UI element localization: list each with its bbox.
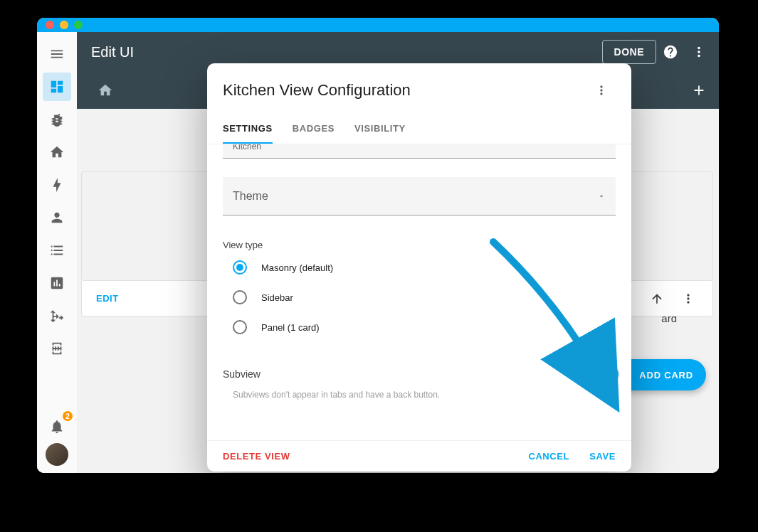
tab-settings[interactable]: SETTINGS (223, 116, 273, 144)
avatar[interactable] (46, 443, 68, 466)
menu-icon[interactable] (43, 40, 71, 68)
cancel-button[interactable]: CANCEL (528, 451, 569, 462)
view-type-label: View type (223, 240, 616, 250)
tab-badges[interactable]: BADGES (293, 116, 335, 144)
sidebar-item-list[interactable] (43, 236, 71, 265)
sidebar-item-transform[interactable] (43, 302, 71, 330)
radio-icon (233, 320, 247, 334)
radio-sidebar[interactable]: Sidebar (233, 290, 616, 304)
sidebar-item-home[interactable] (43, 138, 71, 166)
radio-panel[interactable]: Panel (1 card) (233, 320, 616, 334)
name-field[interactable]: Kitchen (223, 144, 616, 159)
dialog-title: Kitchen View Configuration (223, 81, 587, 100)
subview-help-text: Subviews don't appear in tabs and have a… (223, 390, 616, 400)
view-type-radio-group: Masonry (default) Sidebar Panel (1 card) (223, 260, 616, 334)
subview-label: Subview (223, 368, 260, 380)
radio-icon (233, 290, 247, 304)
app-shell: 2 Edit UI DONE (37, 32, 719, 473)
radio-label: Masonry (default) (261, 262, 333, 273)
window-minimize-icon[interactable] (60, 21, 68, 29)
save-button[interactable]: SAVE (589, 451, 616, 462)
chevron-down-icon (597, 192, 606, 201)
tab-visibility[interactable]: VISIBILITY (354, 116, 406, 144)
view-config-dialog: Kitchen View Configuration SETTINGS BADG… (207, 63, 631, 472)
notification-badge: 2 (63, 411, 73, 421)
delete-view-button[interactable]: DELETE VIEW (223, 451, 290, 462)
theme-select[interactable]: Theme (223, 177, 616, 216)
notifications-icon[interactable]: 2 (43, 413, 71, 441)
subview-toggle[interactable] (591, 368, 616, 380)
radio-label: Sidebar (261, 292, 293, 303)
left-sidebar: 2 (37, 32, 77, 473)
mac-titlebar (37, 18, 719, 32)
sidebar-item-energy[interactable] (43, 171, 71, 199)
app-window: 2 Edit UI DONE (37, 18, 719, 473)
main-area: Edit UI DONE (77, 32, 719, 473)
radio-icon (233, 260, 247, 275)
sidebar-item-overview[interactable] (43, 73, 71, 101)
sidebar-item-debug[interactable] (43, 105, 71, 134)
theme-label: Theme (233, 190, 268, 203)
window-maximize-icon[interactable] (74, 21, 83, 29)
sidebar-item-person[interactable] (43, 203, 71, 232)
window-close-icon[interactable] (46, 21, 54, 29)
dialog-more-icon[interactable] (587, 76, 616, 105)
sidebar-item-developer[interactable] (43, 334, 71, 363)
radio-label: Panel (1 card) (261, 322, 320, 333)
radio-masonry[interactable]: Masonry (default) (233, 260, 616, 275)
sidebar-item-stats[interactable] (43, 269, 71, 297)
